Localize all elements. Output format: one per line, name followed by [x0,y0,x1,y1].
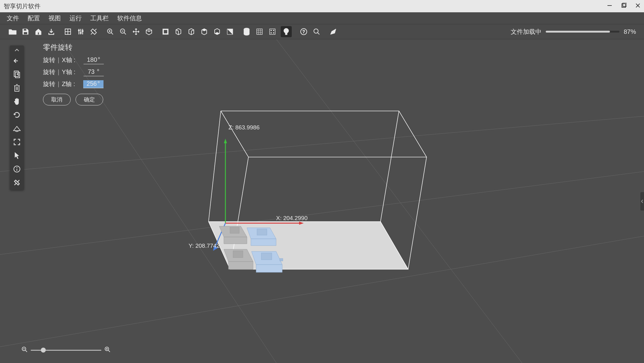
hand-icon[interactable] [13,97,21,106]
zoom-handle[interactable] [41,348,46,353]
bulb-icon[interactable] [281,26,292,37]
axis-y-label: Y轴 : [62,68,75,76]
sliders-icon[interactable] [76,27,85,36]
svg-rect-84 [280,258,283,261]
svg-rect-39 [285,33,287,35]
rotate-label-y: 旋转 [43,68,55,76]
svg-line-22 [124,33,126,34]
view-right-icon[interactable] [187,27,196,36]
minimize-button[interactable] [606,3,613,10]
workspace[interactable]: 零件旋转 旋转 | X轴 : 180° 旋转 | Y轴 : 73 ° 旋转 | … [0,39,644,363]
3d-scene[interactable]: Z: 863.9986 X: 204.2990 Y: 208.7742 [184,99,460,290]
view-front-icon[interactable] [161,27,170,36]
save-icon[interactable] [21,27,30,36]
zoom-in-small-icon[interactable] [104,346,111,354]
reset-icon[interactable] [13,111,21,119]
svg-line-62 [209,111,221,222]
view-bottom-icon[interactable] [213,27,222,36]
svg-rect-1 [622,4,626,7]
panel-title: 零件旋转 [43,42,104,52]
rotate-label-x: 旋转 [43,56,55,64]
svg-point-59 [17,167,18,168]
axis-x-label: X轴 : [62,56,75,64]
menu-info[interactable]: 软件信息 [117,14,142,22]
trash-icon[interactable] [13,84,21,92]
loading-label: 文件加载中 [511,28,541,36]
fix-icon[interactable] [13,178,21,187]
axis-y-input[interactable]: 73 ° [84,68,104,76]
svg-line-91 [108,350,110,352]
maximize-button[interactable] [620,3,627,10]
title-bar: 智享切片软件 [0,0,644,12]
svg-line-64 [408,157,427,269]
svg-rect-7 [38,32,39,35]
open-folder-icon[interactable] [8,27,17,36]
svg-rect-28 [257,29,262,34]
confirm-button[interactable]: 确定 [76,94,103,105]
svg-line-87 [25,350,27,352]
svg-rect-2 [623,3,626,6]
menu-bar: 文件 配置 视图 运行 工具栏 软件信息 [0,12,644,24]
info-icon[interactable] [13,165,21,173]
zoom-out-small-icon[interactable] [21,346,28,354]
menu-run[interactable]: 运行 [69,14,82,22]
svg-point-34 [271,30,272,31]
shade-icon[interactable] [225,27,235,36]
close-button[interactable] [634,3,642,10]
svg-rect-33 [270,29,275,34]
axis-z-input[interactable]: 256° [83,80,103,88]
svg-rect-77 [233,251,243,258]
zoom-out-icon[interactable] [119,27,128,36]
cube-iso-icon[interactable] [144,27,154,36]
menu-config[interactable]: 配置 [28,14,40,22]
brush-icon[interactable] [329,27,338,36]
svg-point-36 [271,33,272,34]
svg-point-37 [273,33,274,34]
cancel-button[interactable]: 取消 [43,94,71,105]
rotate-label-z: 旋转 [43,80,55,88]
svg-line-43 [318,33,319,34]
toolbar: ? 文件加载中 87% [0,24,644,39]
menu-file[interactable]: 文件 [7,14,19,22]
help-icon[interactable]: ? [299,27,308,36]
svg-marker-75 [224,237,247,244]
cursor-icon[interactable] [13,151,21,160]
axis-x-input[interactable]: 180° [84,56,104,64]
app-title: 智享切片软件 [4,2,41,10]
y-axis-label: Y: 208.7742 [189,243,220,249]
menu-toolbar[interactable]: 工具栏 [90,14,109,22]
view-top-icon[interactable] [200,27,209,36]
svg-rect-6 [24,32,27,34]
svg-point-35 [273,30,274,31]
zoom-track[interactable] [31,350,101,351]
zoom-in-icon[interactable] [106,27,115,36]
copy-icon[interactable] [13,70,21,79]
cylinder-icon[interactable] [242,27,251,36]
svg-line-63 [381,111,399,222]
svg-point-42 [314,29,318,33]
grid-icon[interactable] [63,27,72,36]
rotate-tool-icon[interactable] [13,124,21,133]
svg-rect-53 [15,86,19,91]
move-icon[interactable] [131,27,141,36]
menu-view[interactable]: 视图 [49,14,61,22]
window-controls [606,0,642,12]
support-dots-icon[interactable] [268,27,277,36]
fullscreen-icon[interactable] [13,138,21,146]
svg-point-15 [80,32,82,34]
tools-icon[interactable] [89,27,98,36]
search-icon[interactable] [312,27,321,36]
undo-icon[interactable] [13,57,21,65]
svg-rect-25 [164,30,167,34]
right-panel-toggle[interactable] [640,192,644,211]
support-grid-icon[interactable] [255,27,264,36]
svg-marker-81 [251,239,276,246]
view-left-icon[interactable] [174,27,183,36]
zoom-slider[interactable] [21,346,111,354]
x-axis-label: X: 204.2990 [276,215,307,221]
svg-rect-76 [230,227,239,233]
import-icon[interactable] [47,27,56,36]
home-icon[interactable] [34,27,43,36]
svg-marker-73 [228,262,253,269]
collapse-toggle[interactable] [13,49,21,52]
